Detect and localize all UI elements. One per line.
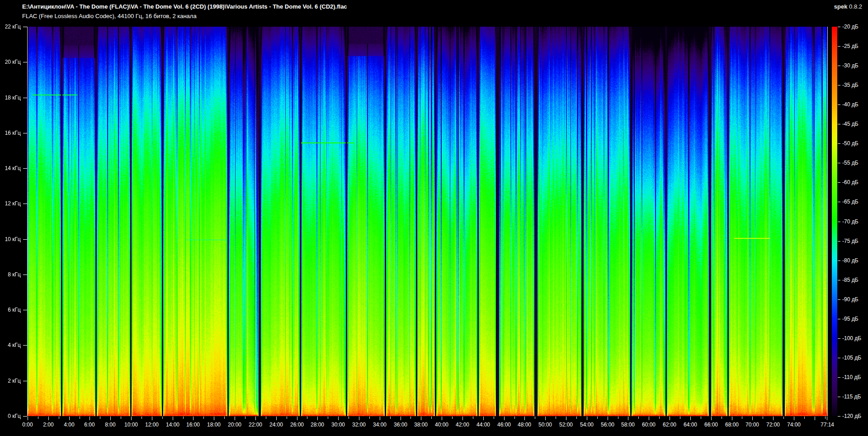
time-tick [390,417,391,419]
app-version: 0.8.2 [849,3,862,10]
time-tick [804,417,805,419]
db-tick-label: -115 дБ [842,393,861,400]
time-tick [421,417,421,420]
spek-window: E:\Антициклон\VA - The Dome (FLAC)\VA - … [0,0,868,436]
time-tick [773,417,774,420]
time-tick-label: 74:00 [781,422,807,428]
time-tick [556,417,556,419]
time-tick [722,417,722,419]
time-tick [618,417,618,419]
time-tick [214,417,214,420]
freq-tick [23,345,27,346]
time-tick [514,417,515,419]
db-tick [838,358,840,358]
db-tick-label: -75 дБ [842,238,859,244]
time-tick [349,417,349,419]
time-tick [545,417,546,420]
freq-tick-label: 2 кГц [0,378,21,384]
time-tick [566,417,566,420]
time-tick [59,417,59,419]
time-tick [110,417,111,420]
db-tick-label: -90 дБ [842,296,859,303]
time-tick [670,417,670,420]
db-tick [838,202,840,202]
freq-tick [23,416,27,417]
time-tick [380,417,380,420]
time-tick [431,417,432,419]
time-tick [297,417,297,420]
db-tick [838,66,840,66]
time-tick [80,417,80,419]
freq-tick [23,98,27,98]
time-tick [827,417,827,420]
time-tick [504,417,505,420]
time-tick [587,417,587,420]
time-tick [628,417,628,420]
time-tick [638,417,639,419]
time-tick [359,417,359,420]
time-tick [152,417,152,420]
time-tick [659,417,660,419]
freq-tick-label: 4 кГц [0,342,21,348]
time-tick [69,417,70,420]
freq-tick-label: 22 кГц [0,24,21,30]
time-tick [452,417,453,419]
time-tick [183,417,184,419]
time-tick [121,417,121,419]
db-tick [838,143,840,144]
freq-tick [23,168,27,169]
time-tick [203,417,204,419]
db-tick [838,338,840,339]
time-tick [307,417,307,419]
db-tick-label: -30 дБ [842,62,859,69]
freq-tick-label: 14 кГц [0,165,21,171]
time-tick [576,417,577,419]
freq-tick-label: 16 кГц [0,130,21,136]
time-tick [763,417,763,419]
time-tick [462,417,463,420]
db-tick [838,377,840,378]
time-tick [473,417,473,419]
freq-tick-label: 6 кГц [0,307,21,313]
time-tick [742,417,742,419]
db-tick [838,299,840,300]
time-tick [608,417,608,420]
app-brand: spek 0.8.2 [834,3,862,10]
spectrogram-canvas [28,27,827,416]
db-tick-label: -60 дБ [842,179,859,185]
freq-tick-label: 8 кГц [0,271,21,278]
time-tick [649,417,649,420]
time-tick [401,417,401,420]
time-tick [224,417,225,419]
time-tick [142,417,142,419]
time-tick [369,417,370,419]
db-tick [838,85,840,85]
time-tick [535,417,535,419]
freq-tick [23,27,27,27]
db-tick-label: -20 дБ [842,24,859,30]
freq-tick [23,239,27,240]
db-tick-label: -25 дБ [842,43,859,49]
freq-tick [23,381,27,381]
freq-tick-label: 12 кГц [0,200,21,207]
db-colorbar [832,27,837,416]
time-tick [597,417,598,419]
time-tick [752,417,753,420]
time-tick [193,417,193,420]
time-tick [410,417,411,419]
freq-tick [23,204,27,204]
time-tick [38,417,38,419]
db-tick-label: -100 дБ [842,335,861,341]
freq-tick [23,133,27,133]
time-tick [173,417,173,420]
time-tick [338,417,339,420]
time-tick [162,417,163,419]
db-tick-label: -65 дБ [842,199,859,205]
time-tick [48,417,49,420]
db-tick [838,319,840,319]
time-tick [90,417,90,420]
time-tick [100,417,100,419]
time-end-label: 77:14 [815,422,840,428]
format-info: FLAC (Free Lossless Audio Codec), 44100 … [22,13,197,19]
time-tick [245,417,245,419]
